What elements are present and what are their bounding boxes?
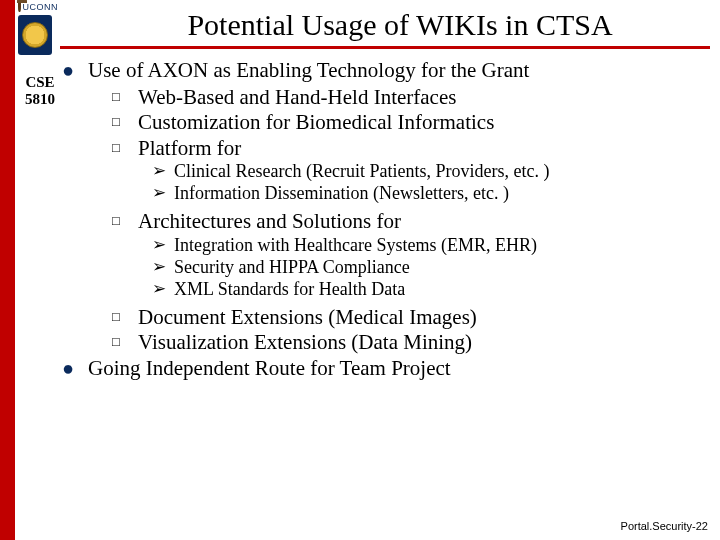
bullet-text: Platform for xyxy=(138,136,712,162)
bullet-level3: ➢ XML Standards for Health Data xyxy=(152,279,712,301)
bullet-text: Integration with Healthcare Systems (EMR… xyxy=(174,235,712,257)
bullet-level2: □ Customization for Biomedical Informati… xyxy=(112,110,712,136)
bullet-level3: ➢ Security and HIPPA Compliance xyxy=(152,257,712,279)
square-bullet-icon: □ xyxy=(112,209,138,235)
bullet-level2: □ Document Extensions (Medical Images) xyxy=(112,305,712,331)
uconn-seal-icon xyxy=(22,22,48,48)
bullet-text: XML Standards for Health Data xyxy=(174,279,712,301)
bullet-text: Use of AXON as Enabling Technology for t… xyxy=(88,58,712,84)
slide: UCONN CSE 5810 Potential Usage of WIKIs … xyxy=(0,0,720,540)
course-code: CSE 5810 xyxy=(20,74,60,109)
bullet-level2: □ Architectures and Solutions for xyxy=(112,209,712,235)
title-underline xyxy=(60,46,710,49)
bullet-text: Security and HIPPA Compliance xyxy=(174,257,712,279)
bullet-level2: □ Platform for xyxy=(112,136,712,162)
arrow-bullet-icon: ➢ xyxy=(152,257,174,279)
bullet-text: Going Independent Route for Team Project xyxy=(88,356,712,382)
arrow-bullet-icon: ➢ xyxy=(152,161,174,183)
bullet-text: Document Extensions (Medical Images) xyxy=(138,305,712,331)
acorn-icon xyxy=(18,2,21,12)
bullet-level1: ● Use of AXON as Enabling Technology for… xyxy=(62,58,712,84)
bullet-level3: ➢ Clinical Research (Recruit Patients, P… xyxy=(152,161,712,183)
uconn-seal-box xyxy=(18,15,52,55)
arrow-bullet-icon: ➢ xyxy=(152,235,174,257)
arrow-bullet-icon: ➢ xyxy=(152,183,174,205)
circle-bullet-icon: ● xyxy=(62,356,88,382)
bullet-level1: ● Going Independent Route for Team Proje… xyxy=(62,356,712,382)
bullet-text: Clinical Research (Recruit Patients, Pro… xyxy=(174,161,712,183)
course-code-line2: 5810 xyxy=(20,91,60,108)
bullet-text: Visualization Extensions (Data Mining) xyxy=(138,330,712,356)
square-bullet-icon: □ xyxy=(112,110,138,136)
square-bullet-icon: □ xyxy=(112,85,138,111)
bullet-level2: □ Visualization Extensions (Data Mining) xyxy=(112,330,712,356)
uconn-wordmark: UCONN xyxy=(18,2,58,12)
university-logo: UCONN xyxy=(18,2,58,55)
uconn-text: UCONN xyxy=(23,2,59,12)
square-bullet-icon: □ xyxy=(112,305,138,331)
course-code-line1: CSE xyxy=(20,74,60,91)
bullet-text: Architectures and Solutions for xyxy=(138,209,712,235)
bullet-level2: □ Web-Based and Hand-Held Interfaces xyxy=(112,85,712,111)
slide-footer: Portal.Security-22 xyxy=(621,520,708,532)
slide-body: ● Use of AXON as Enabling Technology for… xyxy=(62,58,712,383)
square-bullet-icon: □ xyxy=(112,330,138,356)
bullet-text: Customization for Biomedical Informatics xyxy=(138,110,712,136)
slide-title: Potential Usage of WIKIs in CTSA xyxy=(105,8,695,42)
square-bullet-icon: □ xyxy=(112,136,138,162)
bullet-level3: ➢ Information Dissemination (Newsletters… xyxy=(152,183,712,205)
circle-bullet-icon: ● xyxy=(62,58,88,84)
bullet-level3: ➢ Integration with Healthcare Systems (E… xyxy=(152,235,712,257)
left-red-stripe xyxy=(0,0,15,540)
bullet-text: Information Dissemination (Newsletters, … xyxy=(174,183,712,205)
bullet-text: Web-Based and Hand-Held Interfaces xyxy=(138,85,712,111)
arrow-bullet-icon: ➢ xyxy=(152,279,174,301)
